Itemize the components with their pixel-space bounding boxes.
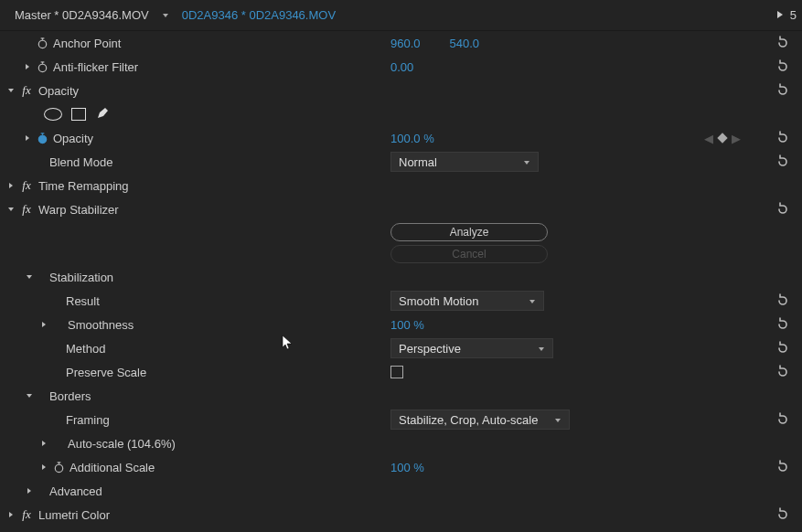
stopwatch-icon[interactable] bbox=[35, 59, 49, 74]
effect-panel: Anchor Point 960.0 540.0 Anti-flicker Fi… bbox=[0, 31, 802, 532]
stopwatch-icon[interactable] bbox=[35, 36, 49, 50]
fx-icon[interactable]: fx bbox=[18, 178, 35, 193]
blend-mode-label: Blend Mode bbox=[49, 155, 112, 169]
warp-stabilizer-label: Warp Stabilizer bbox=[38, 203, 119, 217]
blend-mode-value: Normal bbox=[399, 155, 437, 169]
reset-icon[interactable] bbox=[775, 340, 791, 356]
stabilization-group-label: Stabilization bbox=[49, 271, 113, 284]
expand-icon[interactable] bbox=[22, 61, 33, 72]
expand-icon[interactable] bbox=[38, 462, 49, 473]
opacity-value[interactable]: 100.0 % bbox=[390, 132, 434, 145]
method-dropdown[interactable]: Perspective bbox=[390, 338, 553, 358]
reset-icon[interactable] bbox=[775, 201, 791, 218]
fx-icon[interactable]: fx bbox=[18, 202, 35, 217]
fx-icon[interactable]: fx bbox=[18, 83, 35, 98]
reset-icon[interactable] bbox=[775, 59, 791, 75]
opacity-label: Opacity bbox=[53, 132, 93, 145]
row-autoscale: Auto-scale (104.6%) bbox=[0, 431, 802, 455]
svg-point-6 bbox=[38, 135, 46, 143]
autoscale-label: Auto-scale (104.6%) bbox=[68, 437, 176, 451]
stopwatch-icon[interactable] bbox=[51, 460, 66, 474]
preserve-scale-checkbox[interactable] bbox=[390, 366, 403, 378]
framing-label: Framing bbox=[66, 413, 110, 427]
collapse-icon[interactable] bbox=[24, 390, 35, 401]
advanced-label: Advanced bbox=[49, 484, 102, 498]
preserve-scale-label: Preserve Scale bbox=[66, 366, 146, 379]
expand-icon[interactable] bbox=[22, 133, 33, 144]
method-label: Method bbox=[66, 342, 105, 356]
row-opacity-prop: Opacity 100.0 % ◀ ▶ bbox=[0, 126, 802, 150]
svg-point-3 bbox=[38, 64, 46, 71]
reset-icon[interactable] bbox=[775, 154, 791, 170]
chevron-down-icon bbox=[523, 155, 530, 169]
blend-mode-dropdown[interactable]: Normal bbox=[390, 152, 539, 172]
rect-mask-icon[interactable] bbox=[71, 108, 86, 121]
svg-point-0 bbox=[38, 40, 46, 48]
cancel-button: Cancel bbox=[390, 245, 548, 263]
stopwatch-active-icon[interactable] bbox=[35, 131, 49, 145]
expand-icon[interactable] bbox=[24, 485, 35, 496]
fx-icon[interactable]: fx bbox=[18, 507, 35, 522]
tab-master[interactable]: Master * 0D2A9346.MOV bbox=[7, 5, 156, 27]
smoothness-value[interactable]: 100 % bbox=[390, 318, 424, 332]
reset-icon[interactable] bbox=[775, 130, 791, 146]
time-remapping-label: Time Remapping bbox=[38, 179, 129, 193]
row-anchor-point: Anchor Point 960.0 540.0 bbox=[0, 31, 802, 55]
antiflicker-label: Anti-flicker Filter bbox=[53, 60, 138, 74]
tab-caret-icon[interactable] bbox=[162, 8, 169, 22]
pen-mask-icon[interactable] bbox=[95, 106, 110, 123]
row-antiflicker: Anti-flicker Filter 0.00 bbox=[0, 55, 802, 79]
ellipse-mask-icon[interactable] bbox=[44, 108, 62, 121]
additional-scale-value[interactable]: 100 % bbox=[390, 461, 424, 474]
row-framing: Framing Stabilize, Crop, Auto-scale bbox=[0, 408, 802, 431]
row-additional-scale: Additional Scale 100 % bbox=[0, 455, 802, 479]
expand-icon[interactable] bbox=[5, 180, 16, 191]
row-stabilization-group: Stabilization bbox=[0, 265, 802, 289]
reset-icon[interactable] bbox=[775, 459, 791, 475]
add-key-icon[interactable] bbox=[717, 133, 727, 143]
collapse-icon[interactable] bbox=[5, 204, 16, 215]
row-borders-group: Borders bbox=[0, 384, 802, 408]
anchor-point-label: Anchor Point bbox=[53, 37, 121, 50]
expand-icon[interactable] bbox=[5, 509, 16, 520]
header-bar: Master * 0D2A9346.MOV 0D2A9346 * 0D2A934… bbox=[0, 0, 802, 31]
reset-icon[interactable] bbox=[775, 293, 791, 309]
chevron-down-icon bbox=[529, 294, 536, 308]
svg-point-9 bbox=[55, 464, 62, 472]
reset-icon[interactable] bbox=[775, 411, 791, 428]
row-analyze: Analyze bbox=[0, 221, 802, 243]
reset-icon[interactable] bbox=[775, 506, 791, 523]
row-advanced: Advanced bbox=[0, 479, 802, 503]
row-smoothness: Smoothness 100 % bbox=[0, 313, 802, 336]
reset-icon[interactable] bbox=[775, 316, 791, 333]
framing-dropdown[interactable]: Stabilize, Crop, Auto-scale bbox=[390, 410, 570, 430]
row-result: Result Smooth Motion bbox=[0, 289, 802, 313]
reset-icon[interactable] bbox=[775, 364, 791, 380]
additional-scale-label: Additional Scale bbox=[70, 461, 155, 474]
result-dropdown[interactable]: Smooth Motion bbox=[390, 291, 544, 311]
anchor-y-value[interactable]: 540.0 bbox=[450, 37, 480, 50]
reset-icon[interactable] bbox=[775, 35, 791, 51]
prev-key-icon[interactable]: ◀ bbox=[704, 132, 713, 145]
tab-clip[interactable]: 0D2A9346 * 0D2A9346.MOV bbox=[175, 5, 343, 27]
row-blend-mode: Blend Mode Normal bbox=[0, 150, 802, 174]
anchor-x-value[interactable]: 960.0 bbox=[390, 37, 421, 50]
row-lumetri: fx Lumetri Color bbox=[0, 503, 802, 527]
keyframe-nav: ◀ ▶ bbox=[704, 132, 741, 145]
borders-group-label: Borders bbox=[49, 389, 91, 403]
header-number: 5 bbox=[790, 8, 797, 22]
expand-icon[interactable] bbox=[38, 438, 49, 449]
reset-icon[interactable] bbox=[775, 82, 791, 99]
next-key-icon[interactable]: ▶ bbox=[732, 132, 741, 145]
expand-icon[interactable] bbox=[38, 319, 49, 330]
collapse-icon[interactable] bbox=[5, 85, 16, 96]
antiflicker-value[interactable]: 0.00 bbox=[390, 60, 413, 74]
result-value: Smooth Motion bbox=[399, 294, 478, 308]
row-opacity-group: fx Opacity bbox=[0, 79, 802, 102]
framing-value: Stabilize, Crop, Auto-scale bbox=[399, 413, 538, 427]
analyze-button[interactable]: Analyze bbox=[390, 223, 548, 241]
row-time-remapping: fx Time Remapping bbox=[0, 174, 802, 197]
play-icon[interactable] bbox=[775, 8, 785, 22]
collapse-icon[interactable] bbox=[24, 271, 35, 282]
row-preserve-scale: Preserve Scale bbox=[0, 360, 802, 384]
